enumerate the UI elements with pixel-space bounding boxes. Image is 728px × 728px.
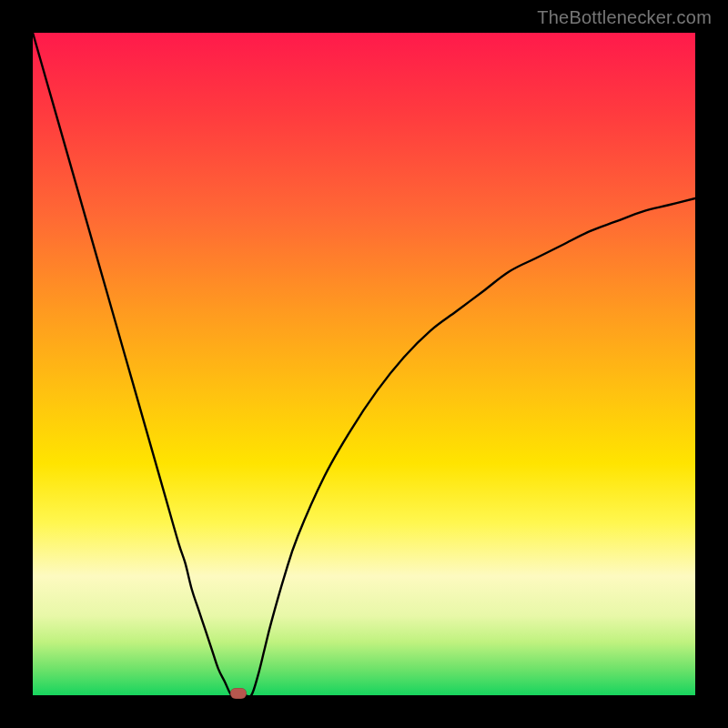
chart-frame: TheBottlenecker.com xyxy=(0,0,728,728)
optimum-marker xyxy=(230,688,247,699)
watermark-text: TheBottlenecker.com xyxy=(537,7,712,28)
chart-plot-area xyxy=(33,33,695,695)
bottleneck-curve xyxy=(33,33,695,695)
